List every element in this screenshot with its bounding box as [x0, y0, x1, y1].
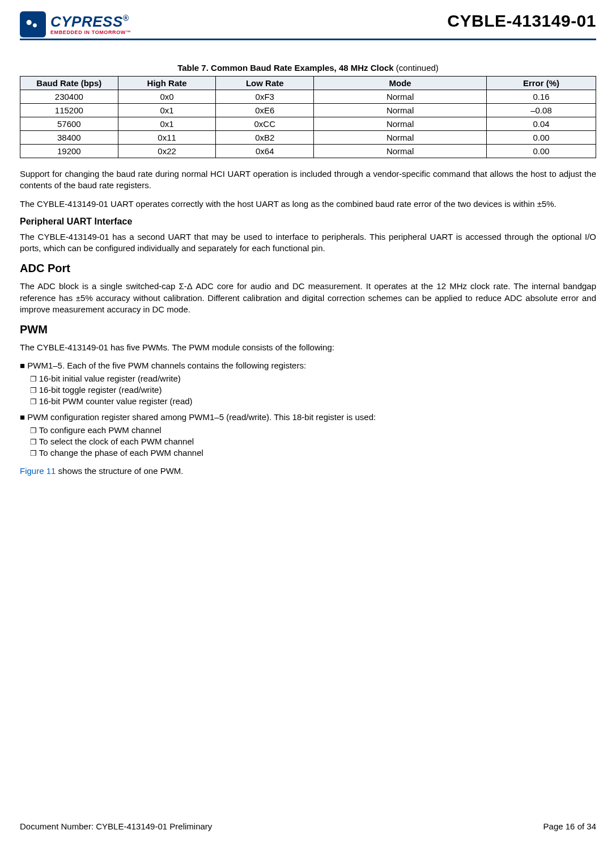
paragraph: Support for changing the baud rate durin… [20, 168, 596, 192]
table-row: 38400 0x11 0xB2 Normal 0.00 [20, 131, 596, 145]
table-caption-suffix: (continued) [394, 63, 439, 73]
list-item-text: PWM configuration register shared among … [27, 412, 376, 422]
table-row: 19200 0x22 0x64 Normal 0.00 [20, 145, 596, 158]
logo-tagline: EMBEDDED IN TOMORROW™ [50, 30, 131, 35]
cypress-logo-icon [20, 11, 46, 37]
paragraph: The CYBLE-413149-01 has five PWMs. The P… [20, 342, 596, 353]
table-row: 115200 0x1 0xE6 Normal –0.08 [20, 104, 596, 117]
cell: 57600 [20, 117, 118, 131]
cell: 0.16 [486, 90, 596, 104]
cell: Normal [314, 145, 487, 158]
heading-pwm: PWM [20, 323, 596, 336]
cell: 0.00 [486, 131, 596, 145]
cell: Normal [314, 131, 487, 145]
cell: 0x1 [118, 104, 216, 117]
sub-list: 16-bit initial value register (read/writ… [30, 373, 596, 408]
list-item-text: PWM1–5. Each of the five PWM channels co… [27, 361, 306, 370]
sub-list-item: 16-bit initial value register (read/writ… [30, 373, 596, 384]
logo-reg: ® [123, 14, 129, 23]
cell: 0x0 [118, 90, 216, 104]
heading-adc-port: ADC Port [20, 262, 596, 275]
cell: 19200 [20, 145, 118, 158]
cell: 0xCC [216, 117, 314, 131]
baud-rate-table: Baud Rate (bps) High Rate Low Rate Mode … [20, 76, 596, 158]
sub-list-item: 16-bit PWM counter value register (read) [30, 396, 596, 407]
cell: 0x22 [118, 145, 216, 158]
page-header: CYPRESS® EMBEDDED IN TOMORROW™ CYBLE-413… [20, 11, 596, 40]
table-row: 57600 0x1 0xCC Normal 0.04 [20, 117, 596, 131]
sub-list-item: 16-bit toggle register (read/write) [30, 384, 596, 396]
cell: Normal [314, 90, 487, 104]
paragraph: The CYBLE-413149-01 UART operates correc… [20, 198, 596, 210]
list-item: PWM1–5. Each of the five PWM channels co… [20, 360, 596, 407]
list-item: PWM configuration register shared among … [20, 412, 596, 459]
paragraph: The CYBLE-413149-01 has a second UART th… [20, 231, 596, 255]
cell: 0xE6 [216, 104, 314, 117]
cell: 0x64 [216, 145, 314, 158]
cell: 0.04 [486, 117, 596, 131]
col-baud: Baud Rate (bps) [20, 77, 118, 90]
heading-peripheral-uart: Peripheral UART Interface [20, 217, 596, 227]
col-error: Error (%) [486, 77, 596, 90]
sub-list: To configure each PWM channel To select … [30, 425, 596, 459]
cell: –0.08 [486, 104, 596, 117]
document-title: CYBLE-413149-01 [447, 11, 596, 31]
figure-reference: Figure 11 shows the structure of one PWM… [20, 465, 596, 477]
logo-name: CYPRESS [50, 13, 123, 30]
page-footer: Document Number: CYBLE-413149-01 Prelimi… [20, 821, 596, 831]
footer-page-number: Page 16 of 34 [543, 821, 596, 831]
table-caption-title: Common Baud Rate Examples, 48 MHz Clock [211, 63, 394, 73]
logo-text: CYPRESS® EMBEDDED IN TOMORROW™ [50, 14, 131, 35]
cell: Normal [314, 104, 487, 117]
cell: 0.00 [486, 145, 596, 158]
figure-ref-rest: shows the structure of one PWM. [56, 466, 183, 476]
cell: 0x11 [118, 131, 216, 145]
sub-list-item: To select the clock of each PWM channel [30, 436, 596, 447]
sub-list-item: To change the phase of each PWM channel [30, 447, 596, 459]
table-caption-prefix: Table 7. [177, 63, 211, 73]
col-high: High Rate [118, 77, 216, 90]
table-header-row: Baud Rate (bps) High Rate Low Rate Mode … [20, 77, 596, 90]
cell: Normal [314, 117, 487, 131]
col-mode: Mode [314, 77, 487, 90]
cell: 0xB2 [216, 131, 314, 145]
cell: 0xF3 [216, 90, 314, 104]
cell: 230400 [20, 90, 118, 104]
logo: CYPRESS® EMBEDDED IN TOMORROW™ [20, 11, 131, 37]
cell: 0x1 [118, 117, 216, 131]
cell: 115200 [20, 104, 118, 117]
sub-list-item: To configure each PWM channel [30, 425, 596, 436]
table-row: 230400 0x0 0xF3 Normal 0.16 [20, 90, 596, 104]
figure-link[interactable]: Figure 11 [20, 466, 56, 476]
paragraph: The ADC block is a single switched-cap Σ… [20, 281, 596, 315]
pwm-list: PWM1–5. Each of the five PWM channels co… [20, 360, 596, 459]
table-caption: Table 7. Common Baud Rate Examples, 48 M… [20, 63, 596, 73]
col-low: Low Rate [216, 77, 314, 90]
cell: 38400 [20, 131, 118, 145]
footer-doc-number: Document Number: CYBLE-413149-01 Prelimi… [20, 821, 212, 831]
